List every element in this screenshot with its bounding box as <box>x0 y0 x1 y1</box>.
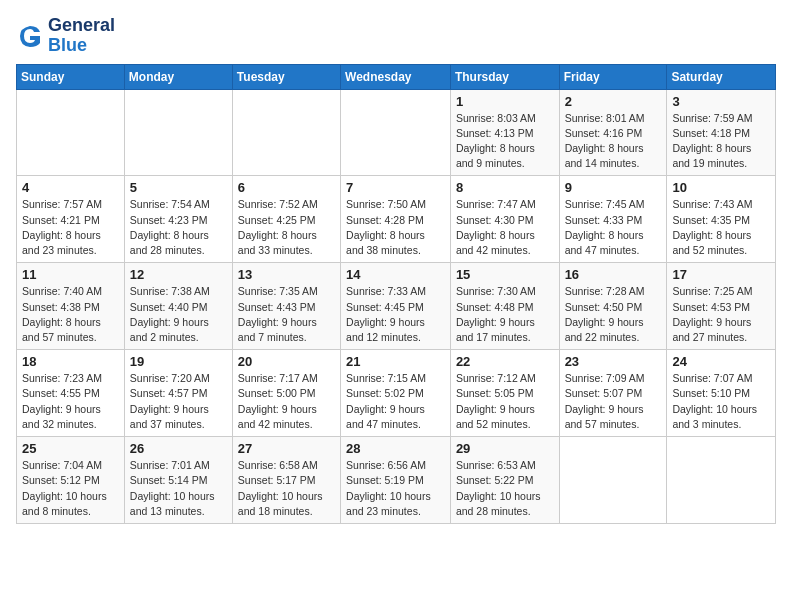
day-header-sunday: Sunday <box>17 64 125 89</box>
day-info: Sunrise: 7:28 AM Sunset: 4:50 PM Dayligh… <box>565 284 662 345</box>
day-number: 25 <box>22 441 119 456</box>
day-number: 26 <box>130 441 227 456</box>
day-info: Sunrise: 7:09 AM Sunset: 5:07 PM Dayligh… <box>565 371 662 432</box>
day-number: 6 <box>238 180 335 195</box>
day-number: 28 <box>346 441 445 456</box>
calendar-cell: 1Sunrise: 8:03 AM Sunset: 4:13 PM Daylig… <box>450 89 559 176</box>
day-header-friday: Friday <box>559 64 667 89</box>
day-info: Sunrise: 7:45 AM Sunset: 4:33 PM Dayligh… <box>565 197 662 258</box>
day-info: Sunrise: 7:43 AM Sunset: 4:35 PM Dayligh… <box>672 197 770 258</box>
calendar-cell: 13Sunrise: 7:35 AM Sunset: 4:43 PM Dayli… <box>232 263 340 350</box>
logo: General Blue <box>16 16 115 56</box>
day-number: 1 <box>456 94 554 109</box>
day-number: 4 <box>22 180 119 195</box>
day-header-monday: Monday <box>124 64 232 89</box>
day-number: 5 <box>130 180 227 195</box>
calendar-cell: 18Sunrise: 7:23 AM Sunset: 4:55 PM Dayli… <box>17 350 125 437</box>
day-info: Sunrise: 7:04 AM Sunset: 5:12 PM Dayligh… <box>22 458 119 519</box>
day-number: 9 <box>565 180 662 195</box>
day-number: 15 <box>456 267 554 282</box>
day-info: Sunrise: 7:15 AM Sunset: 5:02 PM Dayligh… <box>346 371 445 432</box>
calendar-cell: 4Sunrise: 7:57 AM Sunset: 4:21 PM Daylig… <box>17 176 125 263</box>
day-number: 24 <box>672 354 770 369</box>
day-info: Sunrise: 7:17 AM Sunset: 5:00 PM Dayligh… <box>238 371 335 432</box>
calendar-cell: 25Sunrise: 7:04 AM Sunset: 5:12 PM Dayli… <box>17 437 125 524</box>
day-info: Sunrise: 7:23 AM Sunset: 4:55 PM Dayligh… <box>22 371 119 432</box>
calendar-week-5: 25Sunrise: 7:04 AM Sunset: 5:12 PM Dayli… <box>17 437 776 524</box>
calendar-cell: 8Sunrise: 7:47 AM Sunset: 4:30 PM Daylig… <box>450 176 559 263</box>
calendar-cell <box>124 89 232 176</box>
calendar-cell <box>232 89 340 176</box>
day-number: 29 <box>456 441 554 456</box>
calendar-cell: 2Sunrise: 8:01 AM Sunset: 4:16 PM Daylig… <box>559 89 667 176</box>
calendar-header-row: SundayMondayTuesdayWednesdayThursdayFrid… <box>17 64 776 89</box>
day-info: Sunrise: 7:50 AM Sunset: 4:28 PM Dayligh… <box>346 197 445 258</box>
calendar-cell: 11Sunrise: 7:40 AM Sunset: 4:38 PM Dayli… <box>17 263 125 350</box>
day-number: 22 <box>456 354 554 369</box>
day-number: 21 <box>346 354 445 369</box>
calendar-cell: 29Sunrise: 6:53 AM Sunset: 5:22 PM Dayli… <box>450 437 559 524</box>
calendar-cell: 17Sunrise: 7:25 AM Sunset: 4:53 PM Dayli… <box>667 263 776 350</box>
day-info: Sunrise: 7:40 AM Sunset: 4:38 PM Dayligh… <box>22 284 119 345</box>
day-info: Sunrise: 7:01 AM Sunset: 5:14 PM Dayligh… <box>130 458 227 519</box>
logo-icon <box>16 22 44 50</box>
day-info: Sunrise: 6:56 AM Sunset: 5:19 PM Dayligh… <box>346 458 445 519</box>
calendar-cell <box>667 437 776 524</box>
day-info: Sunrise: 7:57 AM Sunset: 4:21 PM Dayligh… <box>22 197 119 258</box>
page-header: General Blue <box>16 16 776 56</box>
day-info: Sunrise: 8:03 AM Sunset: 4:13 PM Dayligh… <box>456 111 554 172</box>
day-number: 17 <box>672 267 770 282</box>
calendar-table: SundayMondayTuesdayWednesdayThursdayFrid… <box>16 64 776 524</box>
day-info: Sunrise: 7:35 AM Sunset: 4:43 PM Dayligh… <box>238 284 335 345</box>
day-info: Sunrise: 7:25 AM Sunset: 4:53 PM Dayligh… <box>672 284 770 345</box>
day-number: 27 <box>238 441 335 456</box>
day-number: 23 <box>565 354 662 369</box>
calendar-cell: 5Sunrise: 7:54 AM Sunset: 4:23 PM Daylig… <box>124 176 232 263</box>
calendar-cell: 15Sunrise: 7:30 AM Sunset: 4:48 PM Dayli… <box>450 263 559 350</box>
day-info: Sunrise: 6:53 AM Sunset: 5:22 PM Dayligh… <box>456 458 554 519</box>
day-info: Sunrise: 7:12 AM Sunset: 5:05 PM Dayligh… <box>456 371 554 432</box>
logo-text: General Blue <box>48 16 115 56</box>
day-number: 8 <box>456 180 554 195</box>
calendar-cell: 7Sunrise: 7:50 AM Sunset: 4:28 PM Daylig… <box>341 176 451 263</box>
calendar-week-1: 1Sunrise: 8:03 AM Sunset: 4:13 PM Daylig… <box>17 89 776 176</box>
day-info: Sunrise: 7:07 AM Sunset: 5:10 PM Dayligh… <box>672 371 770 432</box>
day-number: 19 <box>130 354 227 369</box>
day-info: Sunrise: 7:33 AM Sunset: 4:45 PM Dayligh… <box>346 284 445 345</box>
calendar-cell: 23Sunrise: 7:09 AM Sunset: 5:07 PM Dayli… <box>559 350 667 437</box>
calendar-cell: 22Sunrise: 7:12 AM Sunset: 5:05 PM Dayli… <box>450 350 559 437</box>
day-header-thursday: Thursday <box>450 64 559 89</box>
calendar-cell: 14Sunrise: 7:33 AM Sunset: 4:45 PM Dayli… <box>341 263 451 350</box>
day-number: 12 <box>130 267 227 282</box>
day-info: Sunrise: 7:52 AM Sunset: 4:25 PM Dayligh… <box>238 197 335 258</box>
calendar-cell: 10Sunrise: 7:43 AM Sunset: 4:35 PM Dayli… <box>667 176 776 263</box>
day-info: Sunrise: 7:30 AM Sunset: 4:48 PM Dayligh… <box>456 284 554 345</box>
day-header-tuesday: Tuesday <box>232 64 340 89</box>
calendar-cell: 21Sunrise: 7:15 AM Sunset: 5:02 PM Dayli… <box>341 350 451 437</box>
day-number: 14 <box>346 267 445 282</box>
day-info: Sunrise: 7:20 AM Sunset: 4:57 PM Dayligh… <box>130 371 227 432</box>
day-info: Sunrise: 7:38 AM Sunset: 4:40 PM Dayligh… <box>130 284 227 345</box>
calendar-cell: 24Sunrise: 7:07 AM Sunset: 5:10 PM Dayli… <box>667 350 776 437</box>
calendar-cell: 27Sunrise: 6:58 AM Sunset: 5:17 PM Dayli… <box>232 437 340 524</box>
day-info: Sunrise: 7:54 AM Sunset: 4:23 PM Dayligh… <box>130 197 227 258</box>
calendar-cell <box>559 437 667 524</box>
calendar-cell: 3Sunrise: 7:59 AM Sunset: 4:18 PM Daylig… <box>667 89 776 176</box>
calendar-cell <box>341 89 451 176</box>
day-number: 20 <box>238 354 335 369</box>
calendar-cell: 6Sunrise: 7:52 AM Sunset: 4:25 PM Daylig… <box>232 176 340 263</box>
day-header-saturday: Saturday <box>667 64 776 89</box>
calendar-cell <box>17 89 125 176</box>
day-info: Sunrise: 7:59 AM Sunset: 4:18 PM Dayligh… <box>672 111 770 172</box>
calendar-week-2: 4Sunrise: 7:57 AM Sunset: 4:21 PM Daylig… <box>17 176 776 263</box>
day-number: 10 <box>672 180 770 195</box>
calendar-body: 1Sunrise: 8:03 AM Sunset: 4:13 PM Daylig… <box>17 89 776 523</box>
day-header-wednesday: Wednesday <box>341 64 451 89</box>
calendar-cell: 19Sunrise: 7:20 AM Sunset: 4:57 PM Dayli… <box>124 350 232 437</box>
calendar-cell: 9Sunrise: 7:45 AM Sunset: 4:33 PM Daylig… <box>559 176 667 263</box>
day-info: Sunrise: 7:47 AM Sunset: 4:30 PM Dayligh… <box>456 197 554 258</box>
day-info: Sunrise: 8:01 AM Sunset: 4:16 PM Dayligh… <box>565 111 662 172</box>
day-number: 13 <box>238 267 335 282</box>
day-number: 11 <box>22 267 119 282</box>
day-number: 7 <box>346 180 445 195</box>
